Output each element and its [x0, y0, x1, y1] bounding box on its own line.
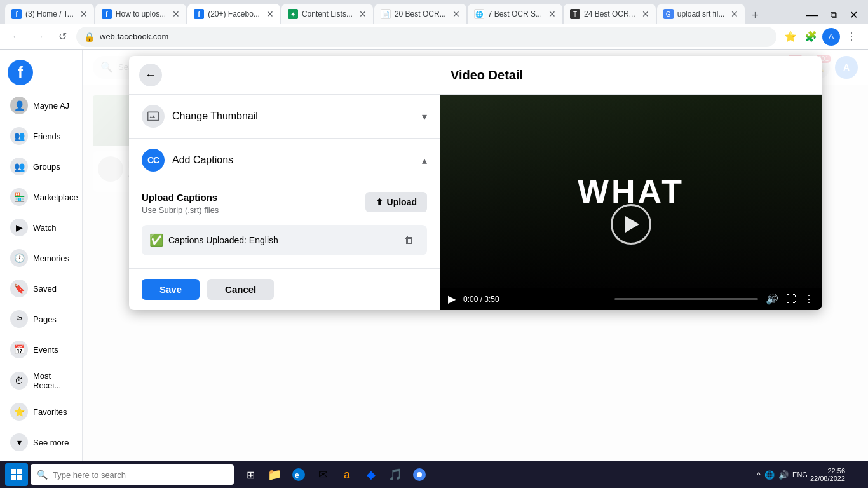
tab-2[interactable]: f How to uplos... ✕: [95, 4, 186, 24]
taskbar-file-explorer[interactable]: 📁: [263, 463, 286, 486]
taskbar-edge[interactable]: e: [287, 463, 310, 486]
sidebar-item-events[interactable]: 📅 Events: [3, 336, 79, 363]
tab-close-2[interactable]: ✕: [172, 9, 180, 19]
modal-back-button[interactable]: ←: [139, 64, 162, 86]
bookmark-button[interactable]: ⭐: [782, 28, 799, 46]
taskbar-search-input[interactable]: [53, 470, 227, 480]
watch-label: Watch: [33, 223, 56, 233]
sidebar-item-saved[interactable]: 🔖 Saved: [3, 274, 79, 302]
video-volume-icon[interactable]: 🔊: [766, 293, 778, 305]
forward-button[interactable]: →: [31, 28, 48, 46]
change-thumbnail-label: Change Thumbnail: [172, 111, 414, 122]
sidebar-item-see-more[interactable]: ▾ See more: [3, 428, 79, 456]
taskbar-app-7[interactable]: 🎵: [384, 463, 407, 486]
taskbar-volume-icon[interactable]: 🔊: [778, 470, 789, 480]
tab-close-4[interactable]: ✕: [359, 9, 367, 19]
modal-right-panel: WHAT ▶ 0:00 / 3:50 🔊 ⛶ ⋮: [440, 95, 822, 310]
video-overlay: WHAT: [578, 172, 684, 210]
sidebar-item-favorites[interactable]: ⭐ Favorites: [3, 398, 79, 426]
taskbar-clock[interactable]: 22:56 22/08/2022: [810, 467, 845, 482]
sidebar-item-groups[interactable]: 👥 Groups: [3, 152, 79, 180]
minimize-button[interactable]: —: [801, 6, 823, 24]
tab-title-1: (3) Home / T...: [25, 10, 74, 18]
video-play-button[interactable]: [611, 204, 651, 245]
facebook-container: f 👤 Mayne AJ 👥 Friends 👥 Groups 🏪 Market…: [0, 50, 868, 488]
svg-rect-0: [11, 469, 16, 474]
taskbar-amazon[interactable]: a: [336, 463, 358, 486]
tab-5[interactable]: 📄 20 Best OCR... ✕: [374, 4, 466, 24]
upload-captions-section: Upload Captions Use Subrip (.srt) files …: [142, 192, 427, 215]
upload-icon: ⬆: [376, 197, 383, 207]
change-thumbnail-header[interactable]: Change Thumbnail ▾: [129, 95, 440, 138]
upload-captions-title: Upload Captions: [142, 192, 219, 203]
address-bar[interactable]: 🔒 web.facebook.com: [76, 27, 776, 47]
tab-close-7[interactable]: ✕: [642, 9, 649, 19]
new-tab-button[interactable]: +: [746, 6, 764, 24]
browser-chrome: f (3) Home / T... ✕ f How to uplos... ✕ …: [0, 0, 868, 50]
tab-close-5[interactable]: ✕: [452, 9, 460, 19]
tab-6[interactable]: 🌐 7 Best OCR S... ✕: [468, 4, 562, 24]
tab-favicon-5: 📄: [381, 9, 391, 19]
taskbar-chrome[interactable]: [408, 463, 431, 486]
thumbnail-icon: [142, 105, 165, 128]
tab-1[interactable]: f (3) Home / T... ✕: [5, 4, 94, 24]
cancel-button[interactable]: Cancel: [207, 279, 274, 300]
upload-button-label: Upload: [387, 197, 417, 207]
show-desktop-button[interactable]: [848, 461, 863, 488]
taskbar-task-view[interactable]: ⊞: [239, 463, 262, 486]
taskbar-dropbox[interactable]: ◆: [360, 463, 383, 486]
video-more-icon[interactable]: ⋮: [804, 293, 814, 305]
taskbar-search-bar[interactable]: 🔍: [31, 464, 234, 485]
video-fullscreen-icon[interactable]: ⛶: [786, 294, 796, 305]
tab-8[interactable]: G upload srt fil... ✕: [657, 4, 745, 24]
see-more-label: See more: [33, 438, 69, 447]
tab-4[interactable]: ✦ Content Lists... ✕: [281, 4, 373, 24]
captions-icon: CC: [142, 149, 165, 172]
see-more-icon: ▾: [10, 433, 28, 451]
back-button[interactable]: ←: [8, 28, 25, 46]
sidebar-item-most-recent[interactable]: ⏱ Most Recei...: [3, 366, 79, 395]
menu-button[interactable]: ⋮: [843, 28, 860, 46]
svg-rect-2: [11, 475, 16, 480]
sidebar-item-pages[interactable]: 🏳 Pages: [3, 305, 79, 333]
sidebar-item-friends[interactable]: 👥 Friends: [3, 122, 79, 150]
sidebar-item-watch[interactable]: ▶ Watch: [3, 214, 79, 241]
tab-7[interactable]: T 24 Best OCR... ✕: [564, 4, 656, 24]
memories-icon: 🕐: [10, 249, 28, 267]
modal-body: Change Thumbnail ▾ CC Add Captions: [129, 95, 822, 310]
tab-close-1[interactable]: ✕: [80, 9, 88, 19]
profile-button[interactable]: A: [822, 28, 840, 46]
caption-delete-button[interactable]: 🗑: [399, 230, 419, 250]
tab-close-6[interactable]: ✕: [548, 9, 556, 19]
mayne-aj-label: Mayne AJ: [33, 101, 69, 111]
tab-title-2: How to uplos...: [116, 10, 166, 18]
video-play-icon[interactable]: ▶: [448, 293, 456, 305]
tab-favicon-1: f: [11, 9, 22, 19]
video-time-display: 0:00 / 3:50: [463, 295, 607, 304]
maximize-button[interactable]: ⧉: [825, 7, 842, 23]
marketplace-label: Marketplace: [33, 193, 78, 202]
fb-main: 🔍 Search Facebook: [83, 50, 868, 488]
start-button[interactable]: [5, 463, 28, 486]
taskbar-mail[interactable]: ✉: [311, 463, 334, 486]
taskbar-chevron-icon[interactable]: ^: [757, 470, 761, 480]
close-button[interactable]: ✕: [844, 6, 863, 24]
sidebar-item-mayne-aj[interactable]: 👤 Mayne AJ: [3, 92, 79, 119]
tab-3[interactable]: f (20+) Facebo... ✕: [187, 4, 280, 24]
favorites-label: Favorites: [33, 407, 67, 417]
tab-close-3[interactable]: ✕: [266, 9, 274, 19]
sidebar-item-memories[interactable]: 🕐 Memories: [3, 244, 79, 272]
taskbar-apps: ⊞ 📁 e ✉ a ◆ 🎵: [239, 463, 431, 486]
video-progress-bar[interactable]: [614, 298, 758, 300]
save-button[interactable]: Save: [142, 279, 200, 300]
change-thumbnail-accordion: Change Thumbnail ▾: [129, 95, 440, 139]
tab-title-4: Content Lists...: [302, 10, 353, 18]
upload-button[interactable]: ⬆ Upload: [365, 192, 427, 212]
events-icon: 📅: [10, 341, 28, 358]
sidebar-item-marketplace[interactable]: 🏪 Marketplace: [3, 183, 79, 211]
extensions-button[interactable]: 🧩: [802, 28, 820, 46]
reload-button[interactable]: ↺: [53, 28, 71, 46]
tab-title-6: 7 Best OCR S...: [488, 10, 542, 18]
add-captions-header[interactable]: CC Add Captions ▴: [129, 139, 440, 182]
tab-close-8[interactable]: ✕: [731, 9, 738, 19]
